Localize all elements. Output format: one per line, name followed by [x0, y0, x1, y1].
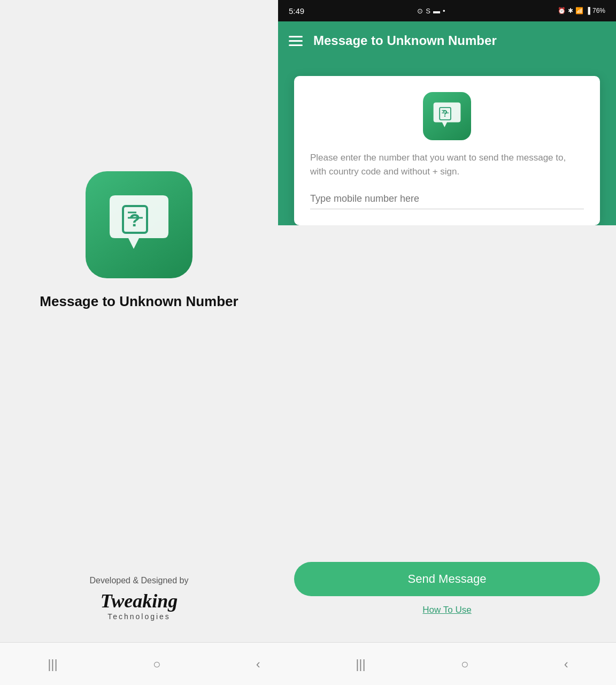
nav-recents-right[interactable]: ||| — [340, 651, 382, 677]
status-bar: 5:49 ⊙ S ▬ • ⏰ ✱ 📶 ▐ 76% — [278, 0, 616, 21]
nav-home-right[interactable]: ○ — [445, 651, 485, 677]
company-name: Tweaking — [101, 590, 178, 612]
company-logo: Tweaking Technologies — [101, 590, 178, 621]
app-header: Message to Unknown Number — [278, 21, 616, 60]
hamburger-line-2 — [289, 40, 303, 42]
status-right: ⏰ ✱ 📶 ▐ 76% — [558, 7, 605, 14]
signal-icon: ▐ — [586, 7, 590, 14]
card-icon-area: ? — [310, 92, 584, 140]
main-card: ? Please enter the number that you want … — [294, 76, 600, 225]
hamburger-menu[interactable] — [289, 36, 303, 46]
phone-number-input[interactable] — [310, 189, 584, 209]
nav-back-left[interactable]: ‹ — [240, 651, 276, 677]
app-header-title: Message to Unknown Number — [313, 33, 497, 48]
dot-status: • — [443, 7, 445, 15]
company-sub: Technologies — [101, 612, 178, 621]
send-message-button[interactable]: Send Message — [294, 562, 600, 596]
how-to-use-link[interactable]: How To Use — [422, 605, 471, 615]
bottom-navigation: ||| ○ ‹ ||| ○ ‹ — [0, 642, 616, 685]
right-panel: 5:49 ⊙ S ▬ • ⏰ ✱ 📶 ▐ 76% Message to Unkn… — [278, 0, 616, 685]
app-icon-left: ? — [86, 171, 192, 278]
alarm-icon: ⏰ — [558, 7, 566, 14]
bluetooth-icon: ✱ — [568, 7, 573, 14]
nav-back-right[interactable]: ‹ — [548, 651, 584, 677]
nav-home-left[interactable]: ○ — [137, 651, 177, 677]
developed-by-text: Developed & Designed by — [89, 576, 188, 585]
battery-text: 76% — [592, 7, 605, 14]
teal-background: ? Please enter the number that you want … — [278, 60, 616, 225]
main-content: Send Message How To Use — [278, 225, 616, 685]
hamburger-line-1 — [289, 36, 303, 37]
bottom-section: Send Message How To Use — [294, 562, 600, 615]
sim-status-icon: ▬ — [433, 7, 440, 15]
whatsapp-status-icon: ⊙ — [417, 7, 423, 15]
left-app-title: Message to Unknown Number — [40, 293, 238, 310]
nav-recents-left[interactable]: ||| — [32, 651, 74, 677]
status-icons: ⊙ S ▬ • — [417, 7, 445, 15]
wifi-icon: 📶 — [575, 7, 583, 14]
card-description: Please enter the number that you want to… — [310, 151, 584, 178]
status-time: 5:49 — [289, 6, 304, 16]
skype-status-icon: S — [426, 7, 430, 15]
left-content: ? Message to Unknown Number — [40, 171, 238, 310]
left-panel: ? Message to Unknown Number Developed & … — [0, 0, 278, 685]
hamburger-line-3 — [289, 44, 303, 46]
app-icon-card: ? — [423, 92, 471, 140]
